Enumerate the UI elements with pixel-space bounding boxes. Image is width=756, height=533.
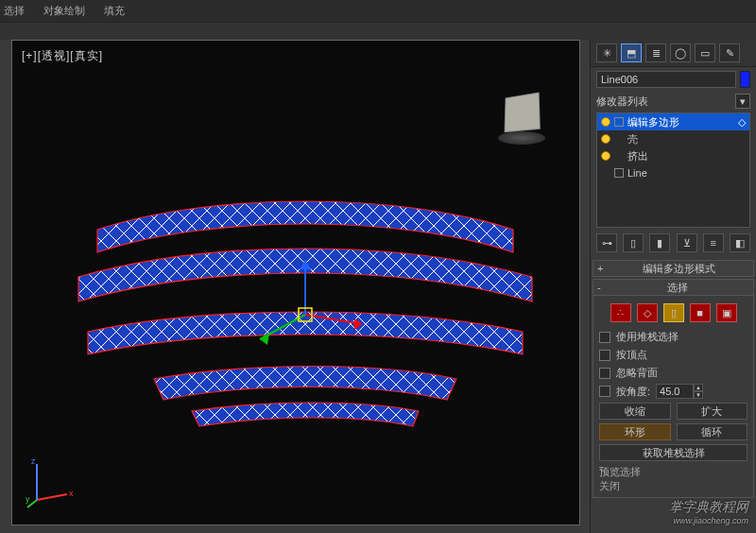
display-tab-icon[interactable]: ▭ [695, 43, 715, 62]
ignore-backfacing-checkbox[interactable] [599, 368, 610, 379]
expand-icon[interactable] [614, 168, 624, 178]
menu-fill[interactable]: 填充 [104, 4, 125, 18]
show-end-result-icon[interactable]: ▯ [623, 233, 644, 252]
modify-tab-icon[interactable]: ⬒ [621, 43, 642, 62]
ignore-backfacing-label: 忽略背面 [616, 366, 658, 380]
stack-item-label: 挤出 [627, 149, 648, 163]
spinner-down-icon[interactable]: ▼ [694, 391, 703, 399]
command-panel-tabs: ✳ ⬒ ≣ ◯ ▭ ✎ [591, 40, 756, 67]
subobj-border-icon[interactable]: ▯ [663, 303, 684, 322]
stack-item-label: 编辑多边形 [627, 115, 679, 129]
stack-item-extrude[interactable]: 挤出 [597, 147, 749, 164]
lightbulb-icon[interactable] [601, 151, 610, 161]
object-name-input[interactable] [596, 71, 736, 88]
svg-text:z: z [31, 456, 36, 466]
subobj-vertex-icon[interactable]: ∴ [610, 303, 631, 322]
shrink-button[interactable]: 收缩 [599, 403, 671, 420]
subobj-diamond-icon: ◇ [738, 116, 746, 129]
lightbulb-icon[interactable] [601, 117, 610, 127]
remove-modifier-icon[interactable]: ⊻ [677, 233, 697, 252]
by-angle-label: 按角度: [616, 385, 650, 399]
menu-object-paint[interactable]: 对象绘制 [43, 4, 85, 18]
stack-item-label: 壳 [627, 132, 638, 146]
modifier-sets-icon[interactable]: ◧ [730, 233, 750, 252]
make-unique-icon[interactable]: ▮ [649, 233, 670, 252]
subobj-element-icon[interactable]: ▣ [716, 303, 737, 322]
create-tab-icon[interactable]: ✳ [596, 43, 617, 62]
perspective-viewport[interactable]: [+][透视][真实] [11, 40, 580, 525]
expand-icon[interactable] [614, 117, 624, 127]
pin-stack-icon[interactable]: ⊶ [596, 233, 617, 252]
stack-item-label: Line [627, 167, 647, 179]
viewport-mesh [41, 173, 570, 456]
ring-button[interactable]: 环形 [599, 423, 671, 440]
modifier-list-dropdown[interactable]: ▾ [735, 94, 750, 109]
svg-text:x: x [69, 489, 74, 498]
grow-button[interactable]: 扩大 [677, 403, 748, 420]
rollout-toggle-icon: + [597, 263, 603, 274]
lightbulb-icon[interactable] [601, 134, 610, 144]
motion-tab-icon[interactable]: ◯ [670, 43, 691, 62]
rollout-title: 编辑多边形模式 [609, 262, 749, 276]
modifier-stack[interactable]: 编辑多边形 ◇ 壳 挤出 Line [596, 112, 750, 228]
svg-line-8 [37, 494, 67, 500]
use-stack-selection-checkbox[interactable] [599, 332, 610, 343]
hierarchy-tab-icon[interactable]: ≣ [645, 43, 666, 62]
watermark-url: www.jiaocheng.com [669, 516, 748, 525]
stack-toolbar: ⊶ ▯ ▮ ⊻ ≡ ◧ [591, 228, 756, 258]
rollout-selection-body: ∴ ◇ ▯ ■ ▣ 使用堆栈选择 按顶点 忽略背面 按角度: [593, 296, 754, 498]
svg-text:y: y [26, 494, 30, 504]
rollout-title: 选择 [607, 281, 749, 295]
angle-spinner[interactable] [656, 384, 694, 399]
subobj-polygon-icon[interactable]: ■ [690, 303, 711, 322]
preview-label: 预览选择 [599, 463, 747, 479]
spinner-up-icon[interactable]: ▲ [694, 384, 703, 391]
rollout-selection[interactable]: - 选择 [593, 279, 754, 296]
rollout-toggle-icon: - [597, 282, 601, 293]
menu-select[interactable]: 选择 [4, 4, 25, 18]
menubar: 选择 对象绘制 填充 [0, 0, 756, 23]
viewcube[interactable] [496, 90, 547, 141]
viewport-label[interactable]: [+][透视][真实] [22, 48, 103, 64]
object-color-swatch[interactable] [740, 71, 750, 88]
modifier-list-label: 修改器列表 [596, 95, 730, 109]
watermark-text: 掌字典教程网 [669, 499, 748, 514]
get-stack-selection-button[interactable]: 获取堆栈选择 [599, 444, 747, 461]
configure-sets-icon[interactable]: ≡ [703, 233, 724, 252]
rollout-edit-poly-mode[interactable]: + 编辑多边形模式 [593, 260, 754, 277]
loop-button[interactable]: 循环 [677, 423, 748, 440]
main-toolbar [0, 23, 756, 40]
watermark: 掌字典教程网 www.jiaocheng.com [669, 499, 748, 525]
utilities-tab-icon[interactable]: ✎ [719, 43, 740, 62]
by-vertex-label: 按顶点 [616, 348, 647, 362]
svg-line-10 [27, 500, 37, 507]
close-label: 关闭 [599, 479, 747, 493]
stack-item-edit-poly[interactable]: 编辑多边形 ◇ [597, 113, 749, 130]
by-angle-checkbox[interactable] [599, 386, 610, 397]
stack-item-line[interactable]: Line [597, 164, 749, 181]
command-panel: ✳ ⬒ ≣ ◯ ▭ ✎ 修改器列表 ▾ 编辑多边形 ◇ 壳 挤出 [590, 40, 756, 533]
use-stack-selection-label: 使用堆栈选择 [616, 330, 679, 344]
by-vertex-checkbox[interactable] [599, 350, 610, 361]
subobj-edge-icon[interactable]: ◇ [637, 303, 658, 322]
axis-tripod-icon: x y z [26, 455, 82, 511]
stack-item-shell[interactable]: 壳 [597, 130, 749, 147]
